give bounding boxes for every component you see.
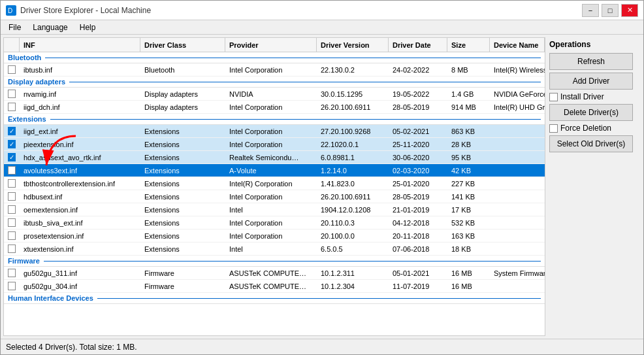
col-device[interactable]: Device Name <box>490 38 545 52</box>
row-device: System Firmware <box>490 268 545 279</box>
row-provider: Intel <box>225 244 317 254</box>
force-deletion-checkbox[interactable] <box>549 124 558 133</box>
table-row[interactable]: nvamig.inf Display adapters NVIDIA 30.0.… <box>4 88 545 101</box>
row-checkbox[interactable]: ✓ <box>4 126 20 137</box>
row-checkbox[interactable] <box>4 191 20 202</box>
col-class[interactable]: Driver Class <box>140 38 225 52</box>
row-provider: Intel(R) Corporation <box>225 178 317 189</box>
checkbox-control[interactable] <box>8 192 16 201</box>
table-row[interactable]: ibtusb_siva_ext.inf Extensions Intel Cor… <box>4 216 545 229</box>
refresh-button[interactable]: Refresh <box>549 53 633 70</box>
category-row: Display adapters <box>4 76 545 88</box>
row-size: 17 KB <box>447 205 490 215</box>
row-version: 20.100.0.0 <box>317 231 389 241</box>
row-device <box>490 156 545 159</box>
checkbox-control[interactable] <box>8 166 16 175</box>
row-inf: pieextension.inf <box>20 139 140 150</box>
checkbox-control[interactable] <box>8 282 16 290</box>
row-size: 95 KB <box>447 152 490 163</box>
table-row[interactable]: prosetextension.inf Extensions Intel Cor… <box>4 229 545 243</box>
col-inf[interactable]: INF <box>20 38 140 52</box>
row-checkbox[interactable] <box>4 243 20 254</box>
row-date: 07-06-2018 <box>389 244 447 254</box>
row-class: Extensions <box>140 139 225 150</box>
row-checkbox[interactable] <box>4 101 20 112</box>
table-row[interactable]: iigd_dch.inf Display adapters Intel Corp… <box>4 101 545 114</box>
maximize-button[interactable]: □ <box>602 4 619 17</box>
table-row[interactable]: xtuextension.inf Extensions Intel 6.5.0.… <box>4 243 545 256</box>
row-checkbox[interactable] <box>4 64 20 75</box>
install-driver-checkbox[interactable] <box>549 93 558 101</box>
row-device <box>490 143 545 146</box>
checkbox-control[interactable] <box>8 103 16 111</box>
checkbox-control[interactable] <box>8 179 16 188</box>
menu-language[interactable]: Language <box>27 22 72 33</box>
close-button[interactable]: ✕ <box>621 4 638 17</box>
table-row[interactable]: tbthostcontrollerextension.inf Extension… <box>4 177 545 190</box>
row-checkbox[interactable] <box>4 165 20 176</box>
table-row[interactable]: ✓ hdx_asusext_avo_rtk.inf Extensions Rea… <box>4 151 545 164</box>
checkbox-control[interactable]: ✓ <box>8 153 16 161</box>
row-class: Bluetooth <box>140 65 225 75</box>
table-row[interactable]: oemextension.inf Extensions Intel 1904.1… <box>4 203 545 216</box>
row-checkbox[interactable]: ✓ <box>4 152 20 163</box>
row-checkbox[interactable] <box>4 230 20 241</box>
col-version[interactable]: Driver Version <box>317 38 389 52</box>
table-row[interactable]: ✓ iigd_ext.inf Extensions Intel Corporat… <box>4 125 545 138</box>
row-checkbox[interactable] <box>4 204 20 215</box>
table-row[interactable]: gu502gu_311.inf Firmware ASUSTeK COMPUTE… <box>4 267 545 280</box>
col-date[interactable]: Driver Date <box>389 38 447 52</box>
menu-help[interactable]: Help <box>74 22 101 33</box>
minimize-button[interactable]: − <box>582 4 599 17</box>
row-date: 28-05-2019 <box>389 102 447 112</box>
category-label: Firmware <box>8 257 40 265</box>
table-row[interactable]: ✓ pieextension.inf Extensions Intel Corp… <box>4 138 545 151</box>
row-device <box>490 169 545 172</box>
row-provider: Intel Corporation <box>225 231 317 241</box>
row-version: 26.20.100.6911 <box>317 192 389 202</box>
table-row[interactable]: gu502gu_304.inf Firmware ASUSTeK COMPUTE… <box>4 280 545 293</box>
checkbox-control[interactable] <box>8 65 16 74</box>
checkbox-control[interactable] <box>8 231 16 240</box>
row-provider: Intel Corporation <box>225 65 317 75</box>
col-size[interactable]: Size <box>447 38 490 52</box>
table-row[interactable]: hdbusext.inf Extensions Intel Corporatio… <box>4 190 545 203</box>
title-controls: − □ ✕ <box>582 4 638 17</box>
row-device: Intel(R) UHD Graphics 630 <box>490 102 545 112</box>
delete-drivers-button[interactable]: Delete Driver(s) <box>549 104 633 121</box>
row-checkbox[interactable] <box>4 217 20 228</box>
table-row[interactable]: avolutess3ext.inf Extensions A-Volute 1.… <box>4 164 545 177</box>
row-class: Firmware <box>140 281 225 292</box>
select-old-drivers-button[interactable]: Select Old Driver(s) <box>549 135 633 152</box>
row-size: 16 MB <box>447 281 490 292</box>
checkbox-control[interactable] <box>8 245 16 253</box>
row-version: 27.20.100.9268 <box>317 126 389 137</box>
row-checkbox[interactable] <box>4 267 20 279</box>
table-body[interactable]: Bluetooth ibtusb.inf Bluetooth Intel Cor… <box>4 52 545 335</box>
menu-file[interactable]: File <box>3 22 26 33</box>
checkbox-control[interactable] <box>8 218 16 227</box>
col-provider[interactable]: Provider <box>225 38 317 52</box>
row-checkbox[interactable] <box>4 280 20 292</box>
checkbox-control[interactable] <box>8 269 16 277</box>
category-label: Display adapters <box>8 78 65 86</box>
add-driver-button[interactable]: Add Driver <box>549 73 633 90</box>
checkbox-control[interactable]: ✓ <box>8 127 16 135</box>
row-version: 1904.12.0.1208 <box>317 205 389 215</box>
row-class: Extensions <box>140 192 225 202</box>
right-panel: Operations Refresh Add Driver Install Dr… <box>547 35 643 339</box>
checkbox-control[interactable] <box>8 205 16 214</box>
row-inf: nvamig.inf <box>20 89 140 99</box>
checkbox-control[interactable] <box>8 90 16 98</box>
checkbox-control[interactable]: ✓ <box>8 140 16 148</box>
row-checkbox[interactable] <box>4 88 20 99</box>
install-driver-label: Install Driver <box>560 92 604 101</box>
row-class: Firmware <box>140 268 225 279</box>
category-label: Bluetooth <box>8 54 41 61</box>
table-row[interactable]: ibtusb.inf Bluetooth Intel Corporation 2… <box>4 63 545 76</box>
row-checkbox[interactable] <box>4 178 20 189</box>
operations-title: Operations <box>549 37 641 50</box>
row-checkbox[interactable]: ✓ <box>4 139 20 150</box>
row-date: 30-06-2020 <box>389 152 447 163</box>
row-inf: iigd_ext.inf <box>20 126 140 137</box>
